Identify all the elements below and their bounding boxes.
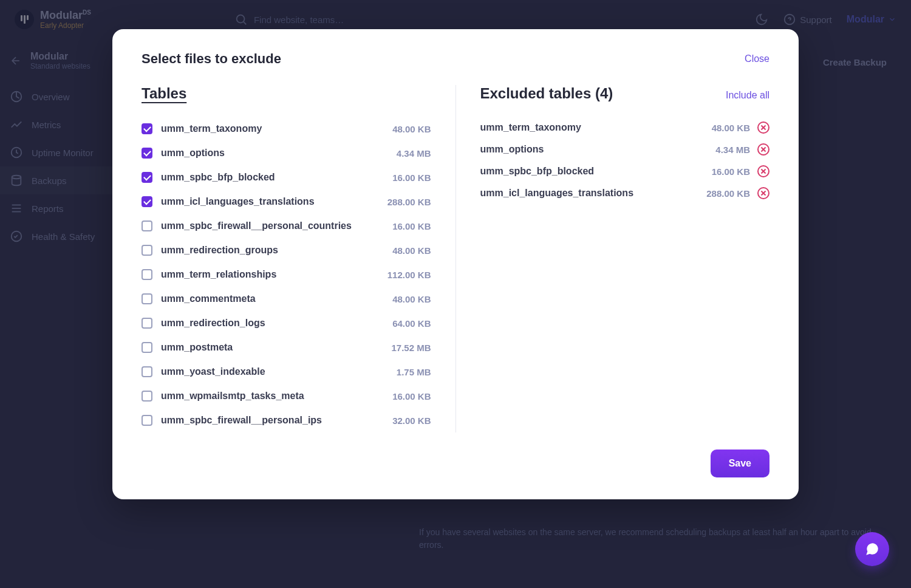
table-size: 32.00 KB <box>392 415 431 426</box>
excluded-size: 4.34 MB <box>715 145 750 155</box>
table-size: 48.00 KB <box>392 245 431 256</box>
include-all-button[interactable]: Include all <box>726 90 769 101</box>
table-checkbox[interactable] <box>142 220 152 231</box>
table-checkbox[interactable] <box>142 148 152 159</box>
tables-column: Tables umm_term_taxonomy 48.00 KB umm_op… <box>142 85 456 432</box>
table-name: umm_commentmeta <box>161 293 384 304</box>
table-name: umm_options <box>161 148 388 159</box>
table-row: umm_yoast_indexable 1.75 MB <box>142 360 431 384</box>
table-checkbox[interactable] <box>142 123 152 134</box>
table-size: 1.75 MB <box>397 367 431 377</box>
table-size: 4.34 MB <box>397 148 431 159</box>
excluded-size: 48.00 KB <box>712 123 750 133</box>
excluded-heading: Excluded tables (4) <box>480 85 613 102</box>
remove-exclusion-button[interactable] <box>757 165 769 177</box>
table-row: umm_term_taxonomy 48.00 KB <box>142 117 431 141</box>
table-checkbox[interactable] <box>142 391 152 402</box>
table-size: 16.00 KB <box>392 391 431 402</box>
excluded-size: 288.00 KB <box>706 188 750 199</box>
table-row: umm_spbc_firewall__personal_ips 32.00 KB <box>142 408 431 432</box>
table-row: umm_wpmailsmtp_tasks_meta 16.00 KB <box>142 384 431 408</box>
table-size: 17.52 MB <box>391 343 431 353</box>
table-checkbox[interactable] <box>142 366 152 377</box>
table-name: umm_postmeta <box>161 342 383 353</box>
excluded-size: 16.00 KB <box>712 166 750 177</box>
remove-exclusion-button[interactable] <box>757 121 769 134</box>
table-size: 48.00 KB <box>392 294 431 304</box>
table-row: umm_postmeta 17.52 MB <box>142 335 431 360</box>
table-checkbox[interactable] <box>142 269 152 280</box>
table-size: 288.00 KB <box>387 197 431 207</box>
modal-overlay: Select files to exclude Close Tables umm… <box>0 0 911 588</box>
excluded-name: umm_icl_languages_translations <box>480 188 700 199</box>
table-name: umm_term_relationships <box>161 269 379 280</box>
table-name: umm_term_taxonomy <box>161 123 384 134</box>
table-row: umm_spbc_bfp_blocked 16.00 KB <box>142 165 431 190</box>
excluded-row: umm_options 4.34 MB <box>480 138 770 160</box>
excluded-name: umm_options <box>480 144 709 155</box>
table-name: umm_spbc_firewall__personal_ips <box>161 415 384 426</box>
table-checkbox[interactable] <box>142 196 152 207</box>
table-size: 16.00 KB <box>392 173 431 183</box>
table-row: umm_icl_languages_translations 288.00 KB <box>142 190 431 214</box>
excluded-name: umm_spbc_bfp_blocked <box>480 166 705 177</box>
save-button[interactable]: Save <box>711 450 769 477</box>
table-size: 112.00 KB <box>387 270 431 280</box>
table-checkbox[interactable] <box>142 318 152 329</box>
table-row: umm_spbc_firewall__personal_countries 16… <box>142 214 431 238</box>
table-name: umm_redirection_groups <box>161 245 384 256</box>
table-checkbox[interactable] <box>142 342 152 353</box>
table-row: umm_term_relationships 112.00 KB <box>142 262 431 287</box>
table-checkbox[interactable] <box>142 245 152 256</box>
table-checkbox[interactable] <box>142 172 152 183</box>
table-row: umm_redirection_logs 64.00 KB <box>142 311 431 335</box>
table-name: umm_spbc_firewall__personal_countries <box>161 220 384 231</box>
table-name: umm_spbc_bfp_blocked <box>161 172 384 183</box>
chat-fab[interactable] <box>855 532 889 566</box>
table-name: umm_redirection_logs <box>161 318 384 329</box>
close-button[interactable]: Close <box>745 53 769 64</box>
excluded-row: umm_spbc_bfp_blocked 16.00 KB <box>480 160 770 182</box>
modal-title: Select files to exclude <box>142 51 281 67</box>
table-name: umm_wpmailsmtp_tasks_meta <box>161 391 384 402</box>
table-name: umm_icl_languages_translations <box>161 196 379 207</box>
table-size: 48.00 KB <box>392 124 431 134</box>
remove-exclusion-button[interactable] <box>757 187 769 199</box>
table-row: umm_options 4.34 MB <box>142 141 431 165</box>
excluded-column: Excluded tables (4) Include all umm_term… <box>456 85 770 432</box>
excluded-name: umm_term_taxonomy <box>480 122 705 133</box>
table-checkbox[interactable] <box>142 293 152 304</box>
table-name: umm_yoast_indexable <box>161 366 388 377</box>
excluded-row: umm_icl_languages_translations 288.00 KB <box>480 182 770 204</box>
table-checkbox[interactable] <box>142 415 152 426</box>
table-row: umm_redirection_groups 48.00 KB <box>142 238 431 262</box>
remove-exclusion-button[interactable] <box>757 143 769 156</box>
excluded-row: umm_term_taxonomy 48.00 KB <box>480 117 770 138</box>
table-size: 16.00 KB <box>392 221 431 231</box>
tables-heading: Tables <box>142 85 186 102</box>
table-size: 64.00 KB <box>392 318 431 329</box>
table-row: umm_commentmeta 48.00 KB <box>142 287 431 311</box>
chat-icon <box>864 541 880 557</box>
exclude-files-modal: Select files to exclude Close Tables umm… <box>112 29 799 499</box>
